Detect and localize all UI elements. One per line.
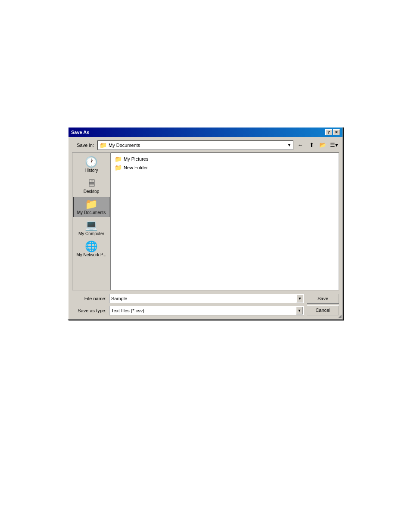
save-as-type-row: Save as type: Text files (*.csv) All Fil…	[72, 306, 304, 315]
sidebar-item-my-documents[interactable]: 📁 My Documents	[73, 197, 110, 217]
sidebar-item-my-network-label: My Network P...	[76, 252, 106, 257]
my-documents-icon: 📁	[85, 199, 98, 209]
resize-handle[interactable]: ◢	[337, 314, 342, 319]
cancel-button[interactable]: Cancel	[307, 305, 339, 315]
back-button[interactable]: ←	[295, 140, 305, 150]
file-name-input-wrapper[interactable]: ▼	[109, 294, 304, 303]
sidebar-item-history-label: History	[84, 168, 98, 173]
main-area: 🕐 History 🖥 Desktop 📁 My Documents 💻 My …	[72, 152, 339, 290]
save-in-dropdown[interactable]: 📁 My Documents ▼	[97, 140, 293, 150]
sidebar-item-history[interactable]: 🕐 History	[73, 155, 110, 175]
sidebar-item-my-computer[interactable]: 💻 My Computer	[73, 218, 110, 238]
up-folder-button[interactable]: ⬆	[306, 140, 317, 150]
my-pictures-label: My Pictures	[124, 156, 148, 162]
toolbar-row: Save in: 📁 My Documents ▼ ← ⬆ 📂 ☰▾	[72, 140, 339, 150]
my-pictures-folder-icon: 📁	[115, 156, 122, 162]
save-in-folder-icon: 📁	[100, 142, 107, 149]
sidebar-item-my-network[interactable]: 🌐 My Network P...	[73, 239, 110, 259]
save-as-type-label: Save as type:	[72, 308, 106, 313]
file-name-label: File name:	[72, 296, 106, 301]
new-folder-icon: 📁	[115, 164, 122, 171]
save-in-value: My Documents	[109, 143, 286, 148]
history-icon: 🕐	[85, 157, 98, 167]
my-computer-icon: 💻	[85, 220, 98, 230]
save-as-dialog: Save As ? ✕ Save in: 📁 My Documents ▼ ← …	[68, 127, 343, 320]
new-folder-button[interactable]: 📂	[318, 140, 328, 150]
my-network-icon: 🌐	[85, 241, 98, 252]
help-button[interactable]: ?	[325, 129, 332, 135]
title-bar-controls: ? ✕	[325, 129, 340, 135]
new-folder-label: New Folder	[124, 165, 148, 170]
sidebar-item-my-documents-label: My Documents	[77, 210, 106, 215]
title-bar: Save As ? ✕	[68, 128, 342, 137]
save-as-type-select[interactable]: Text files (*.csv) All Files (*.*)	[109, 308, 304, 313]
list-item[interactable]: 📁 New Folder	[113, 163, 337, 172]
bottom-row: File name: ▼ Save as type: Text files (*…	[72, 294, 339, 315]
views-button[interactable]: ☰▾	[329, 140, 339, 150]
close-button[interactable]: ✕	[333, 129, 340, 135]
action-buttons: Save Cancel	[307, 294, 339, 315]
desktop-icon: 🖥	[86, 178, 97, 188]
sidebar-item-desktop[interactable]: 🖥 Desktop	[73, 176, 110, 196]
dialog-title: Save As	[71, 130, 89, 135]
save-as-type-select-wrapper[interactable]: Text files (*.csv) All Files (*.*) ▼	[109, 306, 304, 315]
list-item[interactable]: 📁 My Pictures	[113, 155, 337, 163]
dialog-content: Save in: 📁 My Documents ▼ ← ⬆ 📂 ☰▾ 🕐 His…	[68, 137, 342, 319]
save-button[interactable]: Save	[307, 294, 339, 304]
save-in-label: Save in:	[72, 143, 96, 148]
bottom-area: File name: ▼ Save as type: Text files (*…	[72, 294, 339, 315]
sidebar-item-desktop-label: Desktop	[84, 189, 100, 194]
left-panel: 🕐 History 🖥 Desktop 📁 My Documents 💻 My …	[72, 152, 111, 290]
sidebar-item-my-computer-label: My Computer	[78, 231, 104, 236]
file-name-input[interactable]	[109, 296, 296, 301]
file-name-row: File name: ▼	[72, 294, 304, 303]
toolbar-buttons: ← ⬆ 📂 ☰▾	[295, 140, 339, 150]
file-panel[interactable]: 📁 My Pictures 📁 New Folder	[111, 152, 339, 290]
save-in-arrow-icon: ▼	[287, 143, 291, 147]
file-name-dropdown-arrow[interactable]: ▼	[296, 295, 303, 302]
